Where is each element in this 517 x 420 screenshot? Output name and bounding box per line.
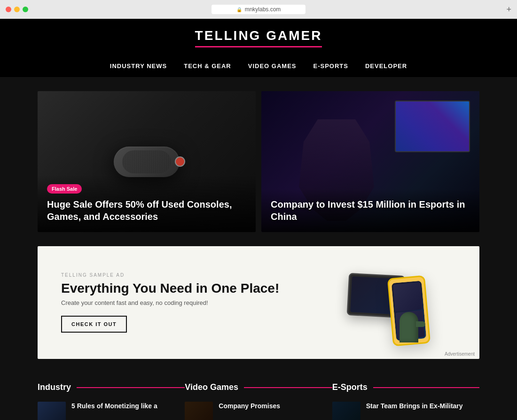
hero-card-right-title: Company to Invest $15 Million in Esports… xyxy=(271,198,470,223)
article-preview-video-games[interactable]: Company Promises xyxy=(185,402,332,420)
article-thumb-e-sports xyxy=(332,402,360,420)
section-line-video-games xyxy=(244,387,332,388)
article-text-video-games: Company Promises xyxy=(219,402,280,410)
lock-icon: 🔒 xyxy=(236,7,242,12)
section-headers: Industry 5 Rules of Monetizing like a Vi… xyxy=(38,382,479,420)
ad-label: TELLING SAMPLE AD xyxy=(61,272,324,278)
nav-developer[interactable]: DEVELOPER xyxy=(365,62,407,70)
nav-video-games[interactable]: VIDEO GAMES xyxy=(248,62,297,70)
section-header-industry: Industry xyxy=(38,382,185,392)
article-thumb-video-games xyxy=(185,402,213,420)
article-preview-industry[interactable]: 5 Rules of Monetizing like a xyxy=(38,402,185,420)
section-title-e-sports: E-Sports xyxy=(332,382,368,392)
hero-card-right-overlay: Company to Invest $15 Million in Esports… xyxy=(261,189,479,232)
site-wrapper: TELLING GAMER INDUSTRY NEWS TECH & GEAR … xyxy=(0,19,517,420)
ad-section: TELLING SAMPLE AD Everything You Need in… xyxy=(0,246,517,368)
site-logo[interactable]: TELLING GAMER xyxy=(195,28,322,47)
ad-notice: Advertisement xyxy=(445,351,475,357)
cactus-arm xyxy=(416,321,425,327)
maximize-button[interactable] xyxy=(23,7,28,12)
article-preview-e-sports[interactable]: Star Team Brings in Ex-Military xyxy=(332,402,479,420)
close-button[interactable] xyxy=(6,7,11,12)
article-thumb-industry xyxy=(38,402,66,420)
speaker-mesh xyxy=(122,150,171,173)
hero-section: Flash Sale Huge Sale Offers 50% off Used… xyxy=(0,77,517,246)
hero-card-left-title: Huge Sale Offers 50% off Used Consoles, … xyxy=(47,198,246,223)
site-header: TELLING GAMER INDUSTRY NEWS TECH & GEAR … xyxy=(0,19,517,77)
nav-e-sports[interactable]: E-SPORTS xyxy=(313,62,348,70)
speaker-shape xyxy=(114,147,180,177)
ad-title: Everything You Need in One Place! xyxy=(61,281,324,296)
traffic-lights xyxy=(6,7,28,12)
hero-card-right[interactable]: Company to Invest $15 Million in Esports… xyxy=(261,91,479,232)
browser-chrome: 🔒 mnkylabs.com + xyxy=(0,0,517,19)
monitor-shape xyxy=(395,101,470,152)
cactus-shape xyxy=(400,312,418,342)
ad-content: TELLING SAMPLE AD Everything You Need in… xyxy=(61,272,324,333)
article-text-industry: 5 Rules of Monetizing like a xyxy=(71,402,157,410)
url-text: mnkylabs.com xyxy=(245,6,281,13)
section-col-e-sports: E-Sports Star Team Brings in Ex-Military xyxy=(332,382,479,420)
article-text-e-sports: Star Team Brings in Ex-Military xyxy=(366,402,463,410)
hero-card-left[interactable]: Flash Sale Huge Sale Offers 50% off Used… xyxy=(38,91,256,232)
minimize-button[interactable] xyxy=(14,7,20,12)
new-tab-button[interactable]: + xyxy=(506,5,511,15)
section-line-e-sports xyxy=(373,387,479,388)
section-col-video-games: Video Games Company Promises xyxy=(185,382,332,420)
hero-card-left-overlay: Flash Sale Huge Sale Offers 50% off Used… xyxy=(38,175,256,232)
monitor-screen xyxy=(396,101,469,151)
section-line-industry xyxy=(77,387,185,388)
section-header-e-sports: E-Sports xyxy=(332,382,479,392)
section-col-industry: Industry 5 Rules of Monetizing like a xyxy=(38,382,185,420)
bottom-section: Industry 5 Rules of Monetizing like a Vi… xyxy=(0,368,517,420)
site-nav: INDUSTRY NEWS TECH & GEAR VIDEO GAMES E-… xyxy=(0,55,517,77)
address-bar[interactable]: 🔒 mnkylabs.com xyxy=(212,5,306,14)
section-title-video-games: Video Games xyxy=(185,382,238,392)
flash-sale-badge: Flash Sale xyxy=(47,184,82,194)
ad-subtitle: Create your content fast and easy, no co… xyxy=(61,299,324,306)
section-header-video-games: Video Games xyxy=(185,382,332,392)
ad-cta-button[interactable]: CHECK IT OUT xyxy=(61,316,127,333)
ad-container: TELLING SAMPLE AD Everything You Need in… xyxy=(38,246,479,359)
phone-card-1 xyxy=(393,282,423,311)
speaker-button-shape xyxy=(175,156,185,167)
ad-image-area xyxy=(324,265,456,340)
nav-tech-gear[interactable]: TECH & GEAR xyxy=(184,62,231,70)
nav-industry-news[interactable]: INDUSTRY NEWS xyxy=(110,62,167,70)
section-title-industry: Industry xyxy=(38,382,71,392)
